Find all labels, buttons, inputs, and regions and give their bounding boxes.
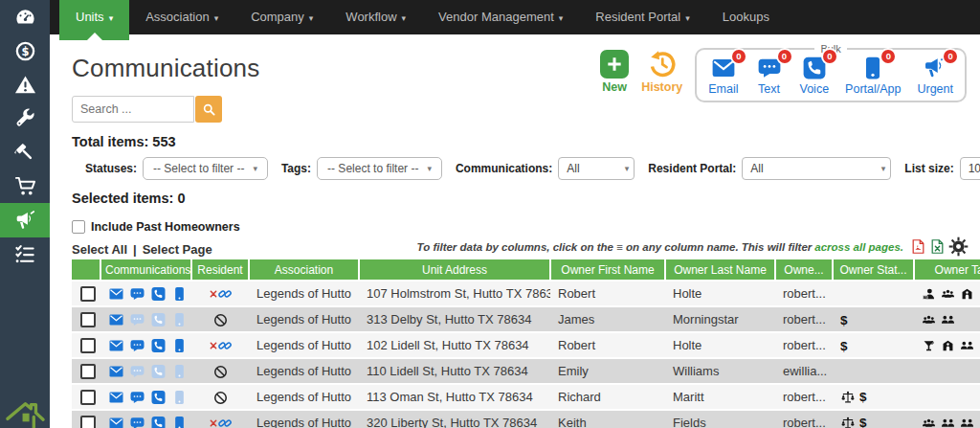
col-resident[interactable]: Resident — [191, 259, 249, 281]
email-icon[interactable] — [108, 364, 124, 379]
sidebar-item-maintenance[interactable] — [0, 101, 50, 135]
sidebar-item-alerts[interactable] — [0, 68, 50, 101]
sidebar-item-financials[interactable] — [0, 34, 50, 67]
settings-gear-icon[interactable] — [948, 237, 969, 257]
sidebar-item-tasks[interactable] — [0, 237, 50, 271]
email-icon[interactable] — [108, 286, 124, 302]
bulk-urgent-button[interactable]: 0Urgent — [917, 55, 953, 96]
email-icon[interactable] — [108, 416, 124, 428]
communications-filter[interactable]: All▾ — [558, 157, 635, 180]
row-select-cell[interactable] — [72, 410, 100, 428]
resident-portal-filter[interactable]: All▾ — [742, 157, 891, 180]
row-select-cell[interactable] — [72, 306, 100, 332]
main-content: Communications New History Bulk 0Email0T… — [50, 34, 980, 428]
hammer-icon — [14, 142, 36, 164]
row-checkbox[interactable] — [80, 338, 96, 353]
bulk-voice-button[interactable]: 0Voice — [800, 55, 830, 96]
text-icon[interactable] — [129, 338, 145, 353]
row-checkbox[interactable] — [80, 312, 96, 327]
col-owner-tag[interactable]: Owner Tag — [914, 259, 980, 281]
list-size-select[interactable]: 10▾ — [960, 157, 980, 180]
user-building-icon — [960, 287, 974, 301]
row-checkbox[interactable] — [80, 364, 96, 379]
include-past-homeowners[interactable]: Include Past Homeowners — [72, 220, 980, 234]
owner-email-cell: robert... — [775, 384, 833, 410]
text-icon[interactable] — [129, 286, 145, 302]
excel-export-icon[interactable] — [929, 237, 946, 256]
col-owner-last-name[interactable]: Owner Last Name — [665, 259, 775, 281]
resident-cell — [191, 332, 249, 358]
text-icon[interactable] — [129, 312, 145, 327]
text-icon[interactable] — [129, 416, 145, 428]
portal-icon[interactable] — [171, 390, 188, 405]
pdf-export-icon[interactable] — [910, 237, 926, 256]
search-button[interactable] — [195, 96, 222, 123]
selected-items-label: Selected items: — [72, 191, 173, 206]
new-button[interactable]: New — [600, 43, 629, 94]
text-icon[interactable] — [129, 364, 145, 379]
portal-icon[interactable] — [171, 312, 188, 327]
association-cell: Legends of Hutto — [249, 306, 359, 332]
portal-icon[interactable] — [171, 416, 188, 428]
text-icon[interactable] — [129, 390, 145, 405]
row-select-cell[interactable] — [72, 332, 100, 358]
voice-icon[interactable] — [150, 338, 167, 353]
bulk-item-label: Voice — [800, 82, 830, 96]
tags-filter[interactable]: -- Select to filter --▾ — [317, 157, 442, 180]
sidebar-item-purchasing[interactable] — [0, 169, 50, 203]
voice-icon[interactable] — [150, 364, 167, 379]
sidebar-item-projects[interactable] — [0, 136, 50, 169]
email-icon[interactable] — [108, 338, 124, 353]
history-button[interactable]: History — [641, 43, 682, 94]
nav-item-workflow[interactable]: Workflow▾ — [329, 0, 422, 34]
sidebar-item-communications[interactable] — [0, 203, 50, 237]
nav-item-vendor-management[interactable]: Vendor Management▾ — [422, 0, 579, 34]
nav-item-units[interactable]: Units▾ — [59, 0, 129, 40]
bulk-portal-app-button[interactable]: 0Portal/App — [845, 55, 901, 96]
bulk-text-button[interactable]: 0Text — [755, 55, 784, 96]
select-all-link[interactable]: Select All — [72, 242, 127, 257]
row-checkbox[interactable] — [80, 416, 96, 428]
nav-item-lookups[interactable]: Lookups — [706, 0, 786, 34]
communications-cell — [100, 410, 191, 428]
nav-item-resident-portal[interactable]: Resident Portal▾ — [579, 0, 705, 34]
statuses-filter[interactable]: -- Select to filter --▾ — [143, 157, 268, 180]
col-unit-address[interactable]: Unit Address — [359, 259, 550, 281]
nav-item-company[interactable]: Company▾ — [234, 0, 329, 34]
bulk-item-label: Portal/App — [845, 82, 901, 96]
voice-icon[interactable] — [150, 390, 167, 405]
portal-icon[interactable] — [171, 286, 188, 302]
row-checkbox[interactable] — [80, 286, 96, 302]
voice-icon[interactable] — [150, 416, 167, 428]
count-badge: 0 — [776, 48, 793, 65]
sidebar-item-dashboard[interactable] — [0, 0, 50, 34]
row-checkbox[interactable] — [80, 390, 96, 405]
col-owner-first-name[interactable]: Owner First Name — [550, 259, 665, 281]
no-resident-icon — [213, 313, 228, 327]
portal-icon[interactable] — [171, 338, 188, 353]
email-icon[interactable] — [108, 312, 124, 327]
owner-tags-cell — [914, 332, 980, 358]
owner-email-cell: ewillia... — [775, 358, 833, 384]
search-input[interactable] — [72, 96, 194, 123]
bulk-email-button[interactable]: 0Email — [708, 55, 738, 96]
resident-cell — [191, 306, 249, 332]
col-communications[interactable]: Communications — [100, 259, 191, 281]
sidebar — [0, 0, 50, 428]
col-owner-stat[interactable]: Owner Stat... — [833, 259, 914, 281]
portal-icon[interactable] — [171, 364, 188, 379]
row-select-cell[interactable] — [72, 358, 100, 384]
select-page-link[interactable]: Select Page — [143, 242, 212, 257]
users2-icon — [941, 417, 955, 428]
voice-icon[interactable] — [150, 286, 167, 302]
total-items: Total items: 553 — [72, 134, 980, 149]
col-checkbox[interactable] — [72, 259, 100, 281]
row-select-cell[interactable] — [72, 384, 100, 410]
include-past-checkbox[interactable] — [72, 220, 85, 234]
row-select-cell[interactable] — [72, 281, 100, 306]
col-owne[interactable]: Owne... — [775, 259, 833, 281]
email-icon[interactable] — [108, 390, 124, 405]
voice-icon[interactable] — [150, 312, 167, 327]
col-association[interactable]: Association — [249, 259, 359, 281]
nav-item-association[interactable]: Association▾ — [129, 0, 234, 34]
